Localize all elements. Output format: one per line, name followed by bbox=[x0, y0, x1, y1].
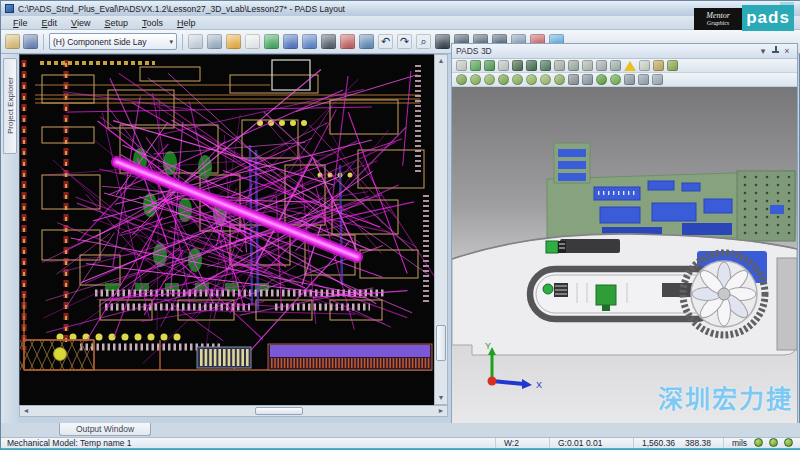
pads-layout-window: C:\PADS_Stnd_Plus_Eval\PADSVX.1.2\Lesson… bbox=[0, 0, 800, 450]
measure-icon[interactable] bbox=[582, 60, 593, 71]
menu-item-setup[interactable]: Setup bbox=[98, 17, 134, 29]
measure-point-icon[interactable] bbox=[596, 60, 607, 71]
photo-view-icon[interactable] bbox=[321, 34, 336, 49]
orbit-arrow-icon-1[interactable] bbox=[624, 74, 635, 85]
layer-dropdown[interactable]: (H) Component Side Lay ▾ bbox=[49, 33, 177, 50]
status-coord-y: 388.38 bbox=[685, 438, 711, 448]
align-icon[interactable] bbox=[610, 60, 621, 71]
orbit-arrow-icon-2[interactable] bbox=[638, 74, 649, 85]
project-explorer-tab[interactable]: Project Explorer bbox=[3, 58, 17, 154]
spin-view-icon[interactable] bbox=[484, 60, 495, 71]
open-view-icon[interactable] bbox=[498, 60, 509, 71]
close-icon[interactable]: × bbox=[781, 45, 793, 58]
rotate-view-icon[interactable] bbox=[470, 60, 481, 71]
zoom-fit-icon[interactable] bbox=[568, 60, 579, 71]
menu-item-file[interactable]: File bbox=[7, 17, 34, 29]
iso-view-icon-2[interactable] bbox=[470, 74, 481, 85]
back-view-icon[interactable] bbox=[526, 74, 537, 85]
status-ok-indicator[interactable] bbox=[784, 438, 793, 447]
scroll-left-icon[interactable]: ◄ bbox=[20, 406, 32, 416]
status-units: mils bbox=[723, 438, 747, 448]
save-icon[interactable] bbox=[23, 34, 38, 49]
toolbar-separator bbox=[43, 34, 44, 50]
toolbar-separator bbox=[182, 34, 183, 50]
scroll-right-icon[interactable]: ► bbox=[435, 406, 447, 416]
redraw-icon[interactable] bbox=[207, 34, 222, 49]
title-bar[interactable]: C:\PADS_Stnd_Plus_Eval\PADSVX.1.2\Lesson… bbox=[1, 1, 800, 16]
pin-icon[interactable] bbox=[769, 45, 781, 58]
vscroll-thumb[interactable] bbox=[436, 325, 446, 361]
status-message: Mechanical Model: Temp name 1 bbox=[7, 438, 132, 448]
redo-icon[interactable]: ↷ bbox=[397, 34, 412, 49]
vertical-scrollbar[interactable]: ▲ ▼ bbox=[434, 54, 448, 405]
pcb-layout-drawing[interactable] bbox=[20, 55, 435, 406]
menu-bar: FileEditViewSetupToolsHelp bbox=[1, 16, 800, 30]
pcb-3d-drawing[interactable]: YX bbox=[452, 87, 797, 423]
pads-3d-title: PADS 3D bbox=[456, 46, 757, 56]
pads-3d-panel: PADS 3D ▾ × YX 深圳宏力捷 bbox=[451, 43, 798, 423]
iso-view-icon-1[interactable] bbox=[456, 74, 467, 85]
scroll-up-icon[interactable]: ▲ bbox=[435, 55, 447, 67]
pcb-2d-canvas[interactable] bbox=[19, 54, 434, 405]
menu-item-edit[interactable]: Edit bbox=[36, 17, 64, 29]
mentor-logo-line1: Mentor bbox=[706, 12, 730, 20]
pads-3d-viewport[interactable]: YX 深圳宏力捷 bbox=[452, 87, 797, 423]
filter-net-icon[interactable] bbox=[435, 34, 450, 49]
mentor-logo-line2: Graphics bbox=[707, 20, 729, 26]
move-icon[interactable] bbox=[359, 34, 374, 49]
design-toolbar-icon[interactable] bbox=[302, 34, 317, 49]
svg-text:X: X bbox=[536, 380, 542, 390]
orbit-arrow-icon-3[interactable] bbox=[652, 74, 663, 85]
left-view-icon[interactable] bbox=[540, 74, 551, 85]
status-bar: Mechanical Model: Temp name 1 W:2 G:0.01… bbox=[1, 437, 800, 448]
status-ok-indicator[interactable] bbox=[754, 438, 763, 447]
menu-item-view[interactable]: View bbox=[65, 17, 96, 29]
watermark-text: 深圳宏力捷 bbox=[658, 379, 793, 415]
grid-icon[interactable] bbox=[283, 34, 298, 49]
refresh-model-icon[interactable] bbox=[596, 74, 607, 85]
horizontal-scrollbar[interactable]: ◄ ► bbox=[19, 405, 448, 417]
undo-icon[interactable]: ↶ bbox=[378, 34, 393, 49]
snapshot-icon[interactable] bbox=[639, 60, 650, 71]
bottom-view-icon[interactable] bbox=[498, 74, 509, 85]
bottom-tab-row: Output Window bbox=[1, 423, 800, 437]
mentor-graphics-logo: Mentor Graphics bbox=[694, 8, 742, 30]
pads-3d-toolbar-row2 bbox=[452, 73, 797, 87]
clipboard-icon[interactable] bbox=[245, 34, 260, 49]
file-icon-group bbox=[5, 34, 38, 49]
svg-text:Y: Y bbox=[485, 341, 491, 351]
export-3d-icon[interactable] bbox=[667, 60, 678, 71]
output-window-tab[interactable]: Output Window bbox=[59, 423, 151, 436]
solid-view-icon[interactable] bbox=[526, 60, 537, 71]
brand-logo: Mentor Graphics pads bbox=[694, 5, 794, 31]
grid-dots-icon[interactable] bbox=[568, 74, 579, 85]
new-window-icon[interactable] bbox=[188, 34, 203, 49]
select-icon[interactable] bbox=[456, 60, 467, 71]
status-ok-indicator[interactable] bbox=[769, 438, 778, 447]
eco-mode-icon[interactable] bbox=[264, 34, 279, 49]
scroll-down-icon[interactable]: ▼ bbox=[435, 392, 447, 404]
pads-3d-header[interactable]: PADS 3D ▾ × bbox=[452, 44, 797, 59]
hscroll-thumb[interactable] bbox=[255, 407, 303, 415]
board-outline-icon[interactable] bbox=[226, 34, 241, 49]
zoom-icon[interactable]: ⌕ bbox=[416, 34, 431, 49]
reload-model-icon[interactable] bbox=[610, 74, 621, 85]
pads-logo: pads bbox=[742, 5, 794, 31]
status-width: W:2 bbox=[495, 438, 519, 448]
open-icon[interactable] bbox=[5, 34, 20, 49]
right-view-icon[interactable] bbox=[554, 74, 565, 85]
front-view-icon[interactable] bbox=[512, 74, 523, 85]
zoom-window-icon[interactable] bbox=[554, 60, 565, 71]
route-icon[interactable] bbox=[340, 34, 355, 49]
panel-menu-icon[interactable]: ▾ bbox=[757, 45, 769, 58]
layer-dropdown-value: (H) Component Side Lay bbox=[53, 37, 166, 47]
menu-item-help[interactable]: Help bbox=[171, 17, 202, 29]
status-indicators bbox=[754, 438, 793, 447]
dfa-warning-icon[interactable] bbox=[624, 61, 636, 71]
export-step-icon[interactable] bbox=[653, 60, 664, 71]
pointer-icon[interactable] bbox=[582, 74, 593, 85]
transparent-view-icon[interactable] bbox=[540, 60, 551, 71]
shaded-view-icon[interactable] bbox=[512, 60, 523, 71]
menu-item-tools[interactable]: Tools bbox=[136, 17, 169, 29]
top-view-icon[interactable] bbox=[484, 74, 495, 85]
